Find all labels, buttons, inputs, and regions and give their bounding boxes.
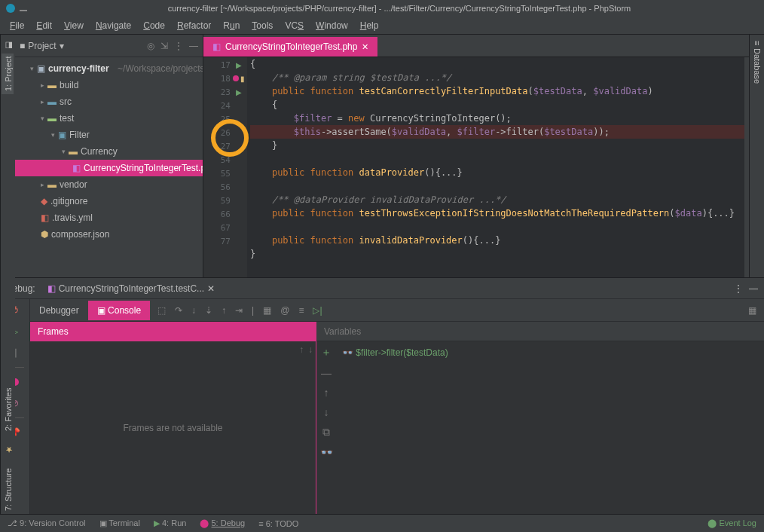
favorites-tool-tab[interactable]: 2: Favorites bbox=[2, 385, 14, 434]
tree-file-test[interactable]: ◧CurrencyStringToIntegerTest.php bbox=[15, 160, 203, 176]
status-version-control[interactable]: ⎇ 9: Version Control bbox=[8, 518, 86, 528]
menu-run[interactable]: Run bbox=[218, 19, 245, 32]
favorites-star-icon: ★ bbox=[2, 442, 14, 457]
console-tab[interactable]: ▣ Console bbox=[88, 301, 150, 320]
more-icon[interactable]: ⋮ bbox=[174, 41, 183, 51]
menu-code[interactable]: Code bbox=[138, 19, 170, 32]
step-down-icon[interactable]: ↓ bbox=[191, 305, 196, 316]
step-into-icon[interactable]: ⬚ bbox=[157, 305, 166, 316]
debug-more-icon[interactable]: ⋮ bbox=[734, 283, 743, 294]
code-editor[interactable]: { /** @param string $testData ...*/ publ… bbox=[247, 57, 744, 277]
step-out-icon[interactable]: ↑ bbox=[222, 305, 226, 316]
remove-watch-icon[interactable]: — bbox=[321, 367, 332, 379]
editor-tab-label: CurrencyStringToIntegerTest.php bbox=[225, 41, 357, 52]
project-view-selector[interactable]: ■ Project ▾ bbox=[20, 41, 142, 51]
move-down-icon[interactable]: ↓ bbox=[324, 406, 329, 418]
right-tool-stripe: ≡ Database bbox=[749, 35, 764, 277]
menu-tools[interactable]: Tools bbox=[246, 19, 278, 32]
minimize-window-icon[interactable] bbox=[20, 10, 27, 11]
variables-toolbar: ＋ — ↑ ↓ ⧉ 👓 bbox=[316, 341, 336, 514]
statusbar: ⎇ 9: Version Control ▣ Terminal ▶ 4: Run… bbox=[0, 514, 764, 532]
variables-content[interactable]: 👓 $filter->filter($testData) bbox=[336, 341, 454, 514]
editor-tabs: ◧ CurrencyStringToIntegerTest.php ✕ bbox=[203, 35, 749, 57]
tree-file-composer[interactable]: ⬢composer.json bbox=[15, 226, 203, 243]
frames-empty-msg: Frames are not available bbox=[123, 423, 222, 433]
tree-file-travis[interactable]: ◧.travis.yml bbox=[15, 209, 203, 226]
threads-icon[interactable]: ≡ bbox=[298, 305, 304, 316]
database-tool-tab[interactable]: Database bbox=[753, 48, 762, 84]
status-terminal[interactable]: ▣ Terminal bbox=[99, 518, 140, 528]
project-tool-tab[interactable]: 1: Project bbox=[2, 54, 14, 94]
project-tool-icon: ◧ bbox=[3, 41, 13, 50]
debug-header: Debug: ◧CurrencyStringToIntegerTest.test… bbox=[0, 278, 764, 299]
layout-icon[interactable]: ▦ bbox=[748, 305, 764, 316]
debug-session-tab[interactable]: ◧CurrencyStringToIntegerTest.testC...✕ bbox=[41, 280, 221, 297]
run-marks-gutter: ▶ ▮▶ bbox=[231, 57, 247, 277]
menu-view[interactable]: View bbox=[59, 19, 89, 32]
tree-root[interactable]: ▾▣ currency-filter ~/Workspace/projects/… bbox=[15, 60, 203, 77]
project-tree: ▾▣ currency-filter ~/Workspace/projects/… bbox=[15, 57, 203, 277]
left-tool-stripe: 1: Project ◧ bbox=[0, 35, 15, 277]
titlebar: currency-filter [~/Workspace/projects/PH… bbox=[0, 0, 764, 17]
debug-tabbar: Debugger ▣ Console ⬚ ↷ ↓ ⇣ ↑ ⇥ | ▦ @ ≡ ▷… bbox=[30, 299, 764, 322]
close-tab-icon[interactable]: ✕ bbox=[362, 42, 368, 52]
status-run[interactable]: ▶ 4: Run bbox=[154, 518, 186, 528]
frames-header: Frames bbox=[30, 322, 316, 341]
database-tool-icon[interactable]: ≡ bbox=[753, 41, 762, 45]
project-header: ■ Project ▾ ◎ ⇲ ⋮ — bbox=[15, 35, 203, 57]
watch-expression: $filter->filter($testData) bbox=[356, 347, 448, 358]
menu-window[interactable]: Window bbox=[310, 19, 353, 32]
copy-icon[interactable]: ⧉ bbox=[322, 426, 330, 439]
debug-hide-icon[interactable]: — bbox=[749, 283, 758, 294]
move-up-icon[interactable]: ↑ bbox=[324, 387, 329, 399]
step-over-icon[interactable]: ↷ bbox=[175, 305, 182, 316]
tree-folder-src[interactable]: ▸▬src bbox=[15, 93, 203, 110]
line-numbers-gutter: 1718232425262754555659666777 bbox=[203, 57, 231, 277]
tree-file-gitignore[interactable]: ◆.gitignore bbox=[15, 193, 203, 209]
add-watch-icon[interactable]: ＋ bbox=[321, 346, 332, 359]
status-eventlog[interactable]: ⬤ Event Log bbox=[707, 518, 756, 528]
tree-folder-currency[interactable]: ▾▬Currency bbox=[15, 143, 203, 160]
force-step-icon[interactable]: ⇣ bbox=[205, 305, 212, 316]
structure-tool-tab[interactable]: 7: Structure bbox=[2, 465, 14, 514]
status-debug[interactable]: ⬤ 5: Debug bbox=[200, 518, 245, 528]
left-tool-stripe-bottom: 7: Structure ★ 2: Favorites bbox=[0, 277, 15, 514]
tree-folder-vendor[interactable]: ▸▬vendor bbox=[15, 176, 203, 193]
menubar: File Edit View Navigate Code Refactor Ru… bbox=[0, 17, 764, 35]
tree-folder-build[interactable]: ▸▬build bbox=[15, 77, 203, 93]
menu-navigate[interactable]: Navigate bbox=[90, 19, 136, 32]
menu-vcs[interactable]: VCS bbox=[280, 19, 309, 32]
status-todo[interactable]: ≡ 6: TODO bbox=[258, 519, 298, 528]
frames-down-icon[interactable]: ↓ bbox=[308, 344, 313, 355]
menu-help[interactable]: Help bbox=[355, 19, 384, 32]
debug-panel: Debug: ◧CurrencyStringToIntegerTest.test… bbox=[0, 277, 764, 514]
target-icon[interactable]: ◎ bbox=[147, 41, 154, 51]
editor-tab-active[interactable]: ◧ CurrencyStringToIntegerTest.php ✕ bbox=[203, 37, 377, 57]
glasses-icon[interactable]: 👓 bbox=[320, 446, 333, 458]
watch-icon[interactable]: @ bbox=[280, 305, 289, 316]
menu-refactor[interactable]: Refactor bbox=[172, 19, 216, 32]
evaluate-icon[interactable]: ▦ bbox=[263, 305, 271, 316]
menu-edit[interactable]: Edit bbox=[31, 19, 57, 32]
close-window-icon[interactable] bbox=[6, 4, 15, 13]
frames-up-icon[interactable]: ↑ bbox=[299, 344, 304, 355]
menu-file[interactable]: File bbox=[5, 19, 29, 32]
variables-header: Variables bbox=[316, 322, 764, 341]
run-to-cursor-icon[interactable]: ⇥ bbox=[235, 305, 243, 316]
frames-panel: Frames ↑ ↓ Frames are not available bbox=[30, 322, 316, 514]
variables-panel: Variables ＋ — ↑ ↓ ⧉ 👓 👓 $filter->fil bbox=[316, 322, 764, 514]
watch-glasses-icon: 👓 bbox=[342, 347, 353, 358]
resume-prog-icon[interactable]: ▷| bbox=[313, 305, 322, 316]
tree-folder-filter[interactable]: ▾▣Filter bbox=[15, 127, 203, 143]
frames-body: ↑ ↓ Frames are not available bbox=[30, 341, 316, 514]
hide-panel-icon[interactable]: — bbox=[189, 41, 198, 51]
tree-folder-test[interactable]: ▾▬test bbox=[15, 110, 203, 127]
editor-area: ◧ CurrencyStringToIntegerTest.php ✕ 1718… bbox=[203, 35, 749, 277]
project-panel: ■ Project ▾ ◎ ⇲ ⋮ — ▾▣ currency-filter ~… bbox=[15, 35, 203, 277]
collapse-icon[interactable]: ⇲ bbox=[160, 41, 168, 51]
debugger-tab[interactable]: Debugger bbox=[30, 301, 88, 320]
window-title: currency-filter [~/Workspace/projects/PH… bbox=[35, 4, 764, 13]
